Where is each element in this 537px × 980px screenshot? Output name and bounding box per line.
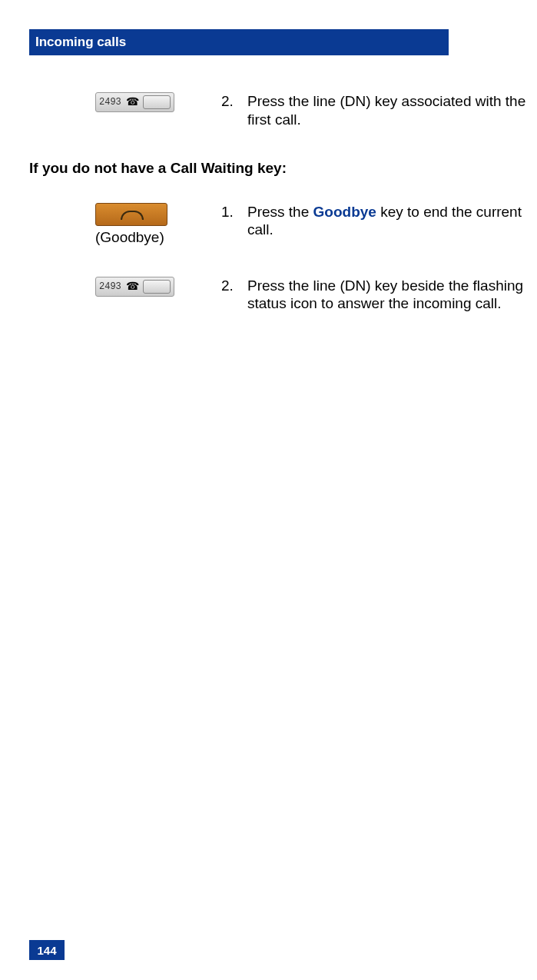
step-number: 2. [221, 92, 247, 129]
list-item: 1. Press the Goodbye key to end the curr… [221, 203, 533, 240]
phone-icon [126, 96, 138, 108]
dn-number-label: 2493 [99, 97, 121, 108]
step-body: Press the Goodbye key to end the current… [247, 203, 533, 240]
goodbye-key-label: (Goodbye) [95, 229, 221, 246]
step-text-before: Press the [247, 204, 313, 220]
instruction-text: 2. Press the line (DN) key beside the fl… [221, 277, 536, 314]
section-subheading: If you do not have a Call Waiting key: [29, 160, 536, 177]
handset-icon [121, 209, 142, 220]
page-number: 144 [29, 940, 65, 960]
line-key-button-icon [143, 280, 171, 294]
instruction-text: 2. Press the line (DN) key associated wi… [221, 92, 536, 129]
step-number: 2. [221, 277, 247, 314]
illustration-col: (Goodbye) [29, 203, 221, 246]
left-margin-stripe [0, 0, 29, 980]
instruction-text: 1. Press the Goodbye key to end the curr… [221, 203, 536, 240]
document-page: Incoming calls 2493 2. Press the line (D… [0, 0, 537, 980]
page-content: 2493 2. Press the line (DN) key associat… [29, 92, 536, 344]
page-number-value: 144 [37, 944, 56, 957]
instruction-row: 2493 2. Press the line (DN) key beside t… [29, 277, 536, 314]
page-header: Incoming calls [29, 29, 449, 55]
list-item: 2. Press the line (DN) key associated wi… [221, 92, 533, 129]
page-header-title: Incoming calls [35, 35, 126, 50]
illustration-col: 2493 [29, 277, 221, 297]
step-number: 1. [221, 203, 247, 240]
illustration-col: 2493 [29, 92, 221, 112]
step-body: Press the line (DN) key associated with … [247, 92, 533, 129]
instruction-row: (Goodbye) 1. Press the Goodbye key to en… [29, 203, 536, 246]
step-body: Press the line (DN) key beside the flash… [247, 277, 533, 314]
line-key-button-icon [143, 95, 171, 109]
instruction-row: 2493 2. Press the line (DN) key associat… [29, 92, 536, 129]
goodbye-key-illustration [95, 203, 167, 226]
list-item: 2. Press the line (DN) key beside the fl… [221, 277, 533, 314]
keyword-goodbye: Goodbye [313, 204, 376, 220]
dn-number-label: 2493 [99, 281, 121, 292]
phone-icon [126, 281, 138, 293]
dn-line-key-illustration: 2493 [95, 92, 174, 112]
dn-line-key-illustration: 2493 [95, 277, 174, 297]
